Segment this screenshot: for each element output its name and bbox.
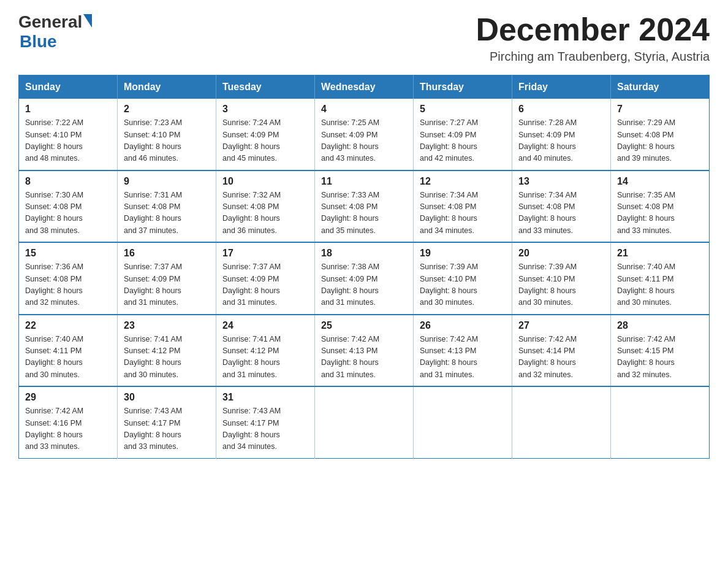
day-number: 15 <box>25 248 111 259</box>
weekday-header-saturday: Saturday <box>611 75 710 99</box>
day-info: Sunrise: 7:41 AM Sunset: 4:12 PM Dayligh… <box>222 334 308 381</box>
day-cell-13: 13 Sunrise: 7:34 AM Sunset: 4:08 PM Dayl… <box>512 170 611 243</box>
day-info: Sunrise: 7:43 AM Sunset: 4:17 PM Dayligh… <box>222 405 308 453</box>
day-number: 29 <box>25 392 111 403</box>
day-number: 24 <box>222 320 308 331</box>
day-info: Sunrise: 7:41 AM Sunset: 4:12 PM Dayligh… <box>124 334 210 381</box>
day-info: Sunrise: 7:37 AM Sunset: 4:09 PM Dayligh… <box>222 261 308 309</box>
day-info: Sunrise: 7:27 AM Sunset: 4:09 PM Dayligh… <box>420 117 506 165</box>
day-info: Sunrise: 7:34 AM Sunset: 4:08 PM Dayligh… <box>420 190 506 237</box>
day-cell-1: 1 Sunrise: 7:22 AM Sunset: 4:10 PM Dayli… <box>19 99 118 170</box>
day-cell-3: 3 Sunrise: 7:24 AM Sunset: 4:09 PM Dayli… <box>216 99 315 170</box>
day-number: 27 <box>518 320 604 331</box>
day-cell-19: 19 Sunrise: 7:39 AM Sunset: 4:10 PM Dayl… <box>414 242 512 315</box>
day-number: 16 <box>124 248 210 259</box>
day-info: Sunrise: 7:36 AM Sunset: 4:08 PM Dayligh… <box>25 261 111 309</box>
day-cell-5: 5 Sunrise: 7:27 AM Sunset: 4:09 PM Dayli… <box>414 99 512 170</box>
title-area: December 2024 Pirching am Traubenberg, S… <box>476 12 710 64</box>
day-number: 13 <box>518 176 604 187</box>
month-title: December 2024 <box>476 12 710 47</box>
day-number: 2 <box>124 104 210 115</box>
day-info: Sunrise: 7:42 AM Sunset: 4:15 PM Dayligh… <box>617 334 703 381</box>
day-cell-25: 25 Sunrise: 7:42 AM Sunset: 4:13 PM Dayl… <box>315 315 414 387</box>
day-number: 22 <box>25 320 111 331</box>
location-title: Pirching am Traubenberg, Styria, Austria <box>476 50 710 64</box>
logo-text: General <box>18 12 92 32</box>
day-info: Sunrise: 7:25 AM Sunset: 4:09 PM Dayligh… <box>321 117 407 165</box>
day-number: 30 <box>124 392 210 403</box>
day-cell-7: 7 Sunrise: 7:29 AM Sunset: 4:08 PM Dayli… <box>611 99 710 170</box>
day-cell-11: 11 Sunrise: 7:33 AM Sunset: 4:08 PM Dayl… <box>315 170 414 243</box>
day-info: Sunrise: 7:32 AM Sunset: 4:08 PM Dayligh… <box>222 190 308 237</box>
day-number: 3 <box>222 104 308 115</box>
logo-triangle-icon <box>83 14 92 28</box>
day-cell-20: 20 Sunrise: 7:39 AM Sunset: 4:10 PM Dayl… <box>512 242 611 315</box>
day-info: Sunrise: 7:35 AM Sunset: 4:08 PM Dayligh… <box>617 190 703 237</box>
day-info: Sunrise: 7:39 AM Sunset: 4:10 PM Dayligh… <box>420 261 506 309</box>
day-number: 23 <box>124 320 210 331</box>
week-row-5: 29 Sunrise: 7:42 AM Sunset: 4:16 PM Dayl… <box>19 386 710 458</box>
empty-cell <box>611 386 710 458</box>
day-number: 10 <box>222 176 308 187</box>
day-cell-26: 26 Sunrise: 7:42 AM Sunset: 4:13 PM Dayl… <box>414 315 512 387</box>
day-number: 7 <box>617 104 703 115</box>
day-number: 26 <box>420 320 506 331</box>
day-cell-18: 18 Sunrise: 7:38 AM Sunset: 4:09 PM Dayl… <box>315 242 414 315</box>
day-number: 8 <box>25 176 111 187</box>
weekday-header-friday: Friday <box>512 75 611 99</box>
day-info: Sunrise: 7:42 AM Sunset: 4:13 PM Dayligh… <box>321 334 407 381</box>
day-number: 18 <box>321 248 407 259</box>
day-cell-31: 31 Sunrise: 7:43 AM Sunset: 4:17 PM Dayl… <box>216 386 315 458</box>
day-cell-10: 10 Sunrise: 7:32 AM Sunset: 4:08 PM Dayl… <box>216 170 315 243</box>
day-cell-16: 16 Sunrise: 7:37 AM Sunset: 4:09 PM Dayl… <box>118 242 216 315</box>
day-cell-29: 29 Sunrise: 7:42 AM Sunset: 4:16 PM Dayl… <box>19 386 118 458</box>
day-info: Sunrise: 7:29 AM Sunset: 4:08 PM Dayligh… <box>617 117 703 165</box>
day-info: Sunrise: 7:40 AM Sunset: 4:11 PM Dayligh… <box>25 334 111 381</box>
day-info: Sunrise: 7:40 AM Sunset: 4:11 PM Dayligh… <box>617 261 703 309</box>
day-number: 28 <box>617 320 703 331</box>
logo-general: General <box>18 12 82 32</box>
empty-cell <box>512 386 611 458</box>
day-info: Sunrise: 7:22 AM Sunset: 4:10 PM Dayligh… <box>25 117 111 165</box>
empty-cell <box>315 386 414 458</box>
day-number: 1 <box>25 104 111 115</box>
weekday-header-row: SundayMondayTuesdayWednesdayThursdayFrid… <box>19 75 710 99</box>
header: General Blue December 2024 Pirching am T… <box>18 12 710 64</box>
day-cell-27: 27 Sunrise: 7:42 AM Sunset: 4:14 PM Dayl… <box>512 315 611 387</box>
day-number: 12 <box>420 176 506 187</box>
day-info: Sunrise: 7:30 AM Sunset: 4:08 PM Dayligh… <box>25 190 111 237</box>
day-info: Sunrise: 7:38 AM Sunset: 4:09 PM Dayligh… <box>321 261 407 309</box>
week-row-3: 15 Sunrise: 7:36 AM Sunset: 4:08 PM Dayl… <box>19 242 710 315</box>
day-cell-2: 2 Sunrise: 7:23 AM Sunset: 4:10 PM Dayli… <box>118 99 216 170</box>
day-cell-8: 8 Sunrise: 7:30 AM Sunset: 4:08 PM Dayli… <box>19 170 118 243</box>
day-cell-17: 17 Sunrise: 7:37 AM Sunset: 4:09 PM Dayl… <box>216 242 315 315</box>
week-row-2: 8 Sunrise: 7:30 AM Sunset: 4:08 PM Dayli… <box>19 170 710 243</box>
logo-blue: Blue <box>20 32 57 51</box>
weekday-header-wednesday: Wednesday <box>315 75 414 99</box>
day-cell-22: 22 Sunrise: 7:40 AM Sunset: 4:11 PM Dayl… <box>19 315 118 387</box>
day-cell-15: 15 Sunrise: 7:36 AM Sunset: 4:08 PM Dayl… <box>19 242 118 315</box>
week-row-1: 1 Sunrise: 7:22 AM Sunset: 4:10 PM Dayli… <box>19 99 710 170</box>
day-cell-4: 4 Sunrise: 7:25 AM Sunset: 4:09 PM Dayli… <box>315 99 414 170</box>
day-info: Sunrise: 7:39 AM Sunset: 4:10 PM Dayligh… <box>518 261 604 309</box>
day-info: Sunrise: 7:42 AM Sunset: 4:13 PM Dayligh… <box>420 334 506 381</box>
day-cell-14: 14 Sunrise: 7:35 AM Sunset: 4:08 PM Dayl… <box>611 170 710 243</box>
day-number: 20 <box>518 248 604 259</box>
day-number: 31 <box>222 392 308 403</box>
day-number: 6 <box>518 104 604 115</box>
week-row-4: 22 Sunrise: 7:40 AM Sunset: 4:11 PM Dayl… <box>19 315 710 387</box>
day-cell-24: 24 Sunrise: 7:41 AM Sunset: 4:12 PM Dayl… <box>216 315 315 387</box>
day-cell-30: 30 Sunrise: 7:43 AM Sunset: 4:17 PM Dayl… <box>118 386 216 458</box>
logo: General Blue <box>18 12 92 52</box>
weekday-header-monday: Monday <box>118 75 216 99</box>
day-info: Sunrise: 7:23 AM Sunset: 4:10 PM Dayligh… <box>124 117 210 165</box>
day-number: 17 <box>222 248 308 259</box>
day-number: 19 <box>420 248 506 259</box>
day-number: 5 <box>420 104 506 115</box>
weekday-header-sunday: Sunday <box>19 75 118 99</box>
day-info: Sunrise: 7:24 AM Sunset: 4:09 PM Dayligh… <box>222 117 308 165</box>
day-cell-23: 23 Sunrise: 7:41 AM Sunset: 4:12 PM Dayl… <box>118 315 216 387</box>
day-cell-12: 12 Sunrise: 7:34 AM Sunset: 4:08 PM Dayl… <box>414 170 512 243</box>
day-info: Sunrise: 7:37 AM Sunset: 4:09 PM Dayligh… <box>124 261 210 309</box>
calendar-table: SundayMondayTuesdayWednesdayThursdayFrid… <box>18 75 710 459</box>
